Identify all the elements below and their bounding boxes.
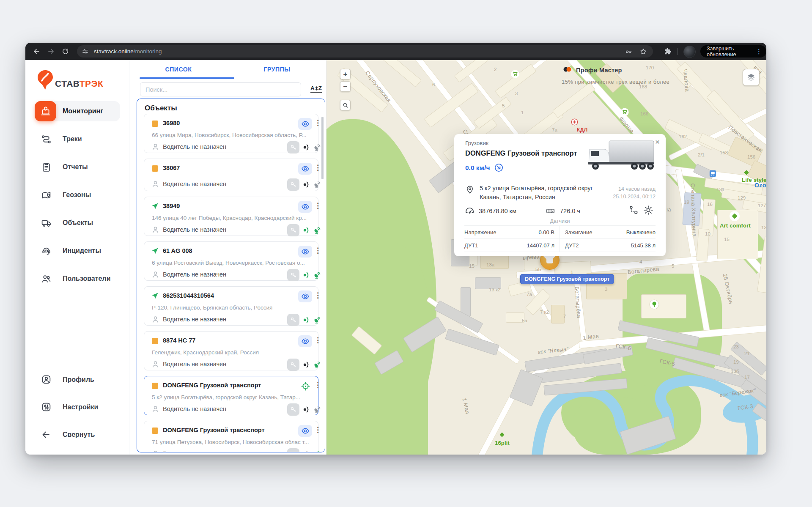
zoom-in-button[interactable]: + [340, 69, 351, 79]
object-address: 146 улица 40 лет Победы, Краснодар, Крас… [152, 215, 312, 221]
last-update-time: 14 часов назад25.10.2024, 00:12 [613, 185, 656, 200]
map-search-button[interactable] [340, 100, 351, 110]
driver-row: Водитель не назначен [144, 224, 318, 237]
driver-row: Водитель не назначен [144, 448, 318, 452]
map-label: 13 [761, 225, 766, 230]
driver-row: Водитель не назначен [144, 178, 318, 191]
zoom-out-button[interactable]: − [340, 81, 351, 92]
object-card[interactable]: 36980⋮66 улица Мира, Новосибирск, Новоси… [144, 114, 318, 153]
map-label: 17 [744, 375, 750, 380]
driver-person-icon [151, 270, 160, 281]
driver-status: Водитель не назначен [163, 181, 226, 187]
object-card[interactable]: 38949⋮146 улица 40 лет Победы, Краснодар… [144, 197, 318, 236]
sidebar-item-label: Мониторинг [63, 107, 103, 115]
sidebar-item-objects[interactable]: Объекты [25, 209, 129, 237]
key-lock-icon[interactable] [287, 178, 299, 191]
track-route-icon[interactable] [628, 205, 639, 217]
objects-header: Объекты [145, 104, 177, 112]
list-scrollbar[interactable] [321, 117, 324, 179]
object-address: 66 улица Мира, Новосибирск, Новосибирска… [152, 132, 312, 138]
visibility-eye-button[interactable] [298, 118, 312, 130]
key-lock-icon[interactable] [287, 359, 299, 371]
map-label: 13а [486, 262, 494, 267]
url-text: stavtrack.online/monitoring [94, 48, 162, 55]
object-card[interactable]: 862531044310564⋮Р-120, Глинищево, Брянск… [144, 286, 318, 326]
sidebar-item-settings[interactable]: Настройки [25, 393, 129, 421]
reload-icon[interactable] [60, 47, 70, 57]
bookmark-star-icon[interactable] [639, 48, 647, 57]
visibility-eye-button[interactable] [298, 201, 312, 213]
visibility-eye-button[interactable] [298, 425, 312, 437]
back-icon[interactable] [31, 47, 41, 57]
address-bar[interactable]: stavtrack.online/monitoring [77, 45, 653, 58]
object-menu-icon[interactable]: ⋮ [314, 201, 321, 210]
sidebar-item-label: Отчеты [63, 163, 88, 171]
visibility-eye-button[interactable] [298, 163, 312, 175]
ignition-status-icon [302, 226, 310, 236]
follow-arrow-icon[interactable] [494, 163, 504, 173]
sidebar-item-geozones[interactable]: Геозоны [25, 181, 129, 209]
key-lock-icon[interactable] [287, 314, 299, 326]
sidebar-item-reports[interactable]: Отчеты [25, 153, 129, 181]
object-status-square [152, 165, 158, 172]
map-label: 7а [527, 292, 532, 297]
key-lock-icon[interactable] [287, 403, 299, 416]
tab-list[interactable]: СПИСОК [129, 60, 228, 79]
object-menu-icon[interactable]: ⋮ [314, 336, 321, 345]
object-menu-icon[interactable]: ⋮ [314, 246, 321, 255]
key-lock-icon[interactable] [287, 224, 299, 236]
vehicle-marker-label[interactable]: DONGFENG Грузовой транспорт [520, 274, 614, 284]
object-card[interactable]: DONGFENG Грузовой траснспорт⋮71 улица Пе… [144, 421, 318, 452]
object-menu-icon[interactable]: ⋮ [314, 381, 321, 389]
visibility-eye-button[interactable] [298, 335, 312, 347]
key-lock-icon[interactable] [287, 448, 299, 452]
driver-status: Водитель не назначен [163, 226, 226, 233]
object-menu-icon[interactable]: ⋮ [314, 118, 321, 127]
active-tab-underline [140, 77, 234, 79]
driver-status: Водитель не назначен [163, 143, 226, 150]
sidebar-item-label: Геозоны [63, 191, 91, 199]
sensors-title: Датчики [454, 218, 666, 224]
extensions-icon[interactable] [662, 47, 672, 57]
object-menu-icon[interactable]: ⋮ [314, 163, 321, 172]
key-lock-icon[interactable] [287, 141, 299, 153]
object-card[interactable]: 8874 НС 77⋮Геленджик, Краснодарский край… [144, 331, 318, 370]
site-settings-icon[interactable] [82, 48, 89, 57]
driver-row: Водитель не назначен [144, 141, 318, 154]
browser-menu-icon[interactable]: ⋮ [756, 48, 762, 55]
gear-icon[interactable] [643, 205, 654, 217]
object-card[interactable]: 38067⋮Водитель не назначен [144, 159, 318, 191]
object-card[interactable]: DONGFENG Грузовой транспорт⋮5 к2 улица Б… [144, 376, 318, 415]
tab-groups[interactable]: ГРУППЫ [228, 60, 326, 79]
forward-icon[interactable] [46, 47, 56, 57]
driver-row: Водитель не назначен [144, 269, 318, 282]
incidents-icon [41, 245, 52, 256]
password-key-icon[interactable] [625, 48, 633, 58]
settings-icon [41, 402, 52, 413]
map-label: 10 [705, 231, 710, 236]
driver-row: Водитель не назначен [144, 359, 318, 371]
map-layers-button[interactable] [743, 69, 760, 86]
object-card[interactable]: 61 AG 008⋮6 улица Ростовский Выезд, Ново… [144, 241, 318, 281]
sidebar-item-users[interactable]: Пользователи [25, 265, 129, 293]
sidebar-item-incidents[interactable]: Инциденты [25, 237, 129, 265]
search-input[interactable] [140, 82, 301, 96]
sidebar-item-monitoring[interactable]: Мониторинг [25, 97, 129, 125]
map[interactable]: СерпуховскаяСолнечный перФрунзеПовстанче… [326, 60, 766, 455]
visibility-eye-button[interactable] [298, 290, 312, 302]
sidebar-item-tracks[interactable]: Треки [25, 125, 129, 153]
finish-update-button[interactable]: Завершить обновление⋮ [700, 45, 766, 58]
object-menu-icon[interactable]: ⋮ [314, 291, 321, 300]
sort-az-button[interactable]: A Z [310, 85, 322, 93]
map-label: 19 [684, 200, 689, 205]
sidebar-item-label: Объекты [63, 219, 93, 227]
map-label: 2 [494, 67, 497, 72]
sidebar-item-profile[interactable]: Профиль [25, 366, 129, 393]
map-label: 168 [639, 84, 647, 89]
profile-avatar[interactable] [683, 46, 696, 58]
object-menu-icon[interactable]: ⋮ [314, 425, 321, 434]
sidebar-item-collapse[interactable]: Свернуть [25, 421, 129, 448]
key-lock-icon[interactable] [287, 269, 299, 281]
locate-target-button[interactable] [300, 381, 311, 392]
visibility-eye-button[interactable] [298, 246, 312, 258]
